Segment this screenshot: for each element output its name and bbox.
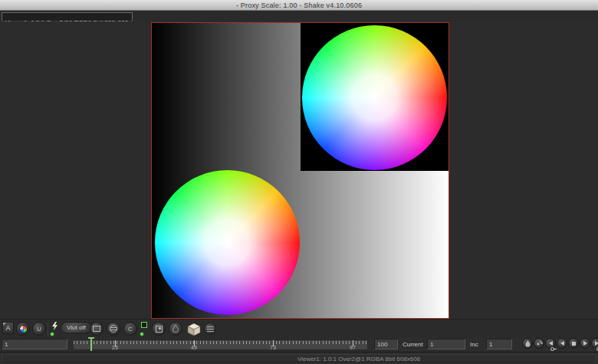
color-wheel-top-right bbox=[302, 25, 447, 170]
inc-label: Inc bbox=[470, 341, 478, 348]
rgb-wheel-icon bbox=[19, 325, 28, 333]
viewer-tab[interactable]: Viewer1: 1.0:1 Over2@1 RGBA 8bit 608x608 bbox=[2, 12, 133, 21]
stop-icon bbox=[572, 342, 576, 346]
range-end-field[interactable] bbox=[374, 339, 398, 349]
flipbook-play-button[interactable] bbox=[522, 338, 533, 349]
play-triangle-icon bbox=[595, 341, 598, 346]
flame-icon bbox=[172, 325, 179, 333]
channel-display-button[interactable] bbox=[16, 322, 30, 336]
color-wheel-bottom-left bbox=[155, 170, 300, 315]
frame-icon bbox=[93, 326, 100, 332]
update-mode-button[interactable]: A bbox=[2, 322, 14, 334]
back-triangle-icon bbox=[560, 341, 564, 346]
window-title: - Proxy Scale: 1.00 - Shake v4.10.0606 bbox=[236, 2, 362, 9]
sound-icon bbox=[536, 340, 543, 347]
tick-label: 97 bbox=[350, 345, 356, 350]
range-start-field[interactable] bbox=[2, 339, 67, 349]
sound-button[interactable] bbox=[534, 338, 544, 349]
play-triangle-icon bbox=[583, 341, 587, 346]
back-triangle-icon bbox=[549, 341, 553, 346]
flame-icon bbox=[525, 340, 531, 347]
flipbook-button[interactable] bbox=[169, 322, 182, 336]
stacked-lines-icon bbox=[207, 326, 214, 332]
viewer-tabstrip: Viewer1: 1.0:1 Over2@1 RGBA 8bit 608x608 bbox=[0, 11, 598, 21]
cube-icon bbox=[186, 322, 202, 337]
green-checkbox-icon bbox=[141, 322, 147, 328]
tick-label: 49 bbox=[191, 345, 197, 350]
play-button[interactable] bbox=[580, 338, 590, 349]
render-cube-button[interactable] bbox=[186, 322, 202, 337]
split-compare-icon bbox=[110, 325, 117, 333]
compare-buffer-button[interactable]: C bbox=[123, 322, 137, 336]
prev-keyframe-button[interactable] bbox=[545, 338, 556, 349]
timeline-ruler[interactable]: 25 49 73 97 bbox=[74, 339, 367, 350]
compare-split-button[interactable] bbox=[107, 322, 120, 336]
roi-button[interactable] bbox=[152, 322, 166, 336]
status-bar: Viewer1: 1.0:1 Over2@1 RGBA 8bit 608x608 bbox=[0, 352, 598, 364]
viewer-toolbar: A U Vlut off C bbox=[0, 319, 598, 338]
preview-led bbox=[140, 333, 143, 336]
toolbar-divider bbox=[48, 322, 48, 336]
preview-toggle[interactable] bbox=[140, 322, 150, 336]
update-button[interactable]: U bbox=[32, 322, 46, 336]
frame-button[interactable] bbox=[90, 322, 104, 336]
vlut-off-button[interactable]: Vlut off bbox=[61, 322, 92, 333]
vlut-update-toggle[interactable] bbox=[51, 322, 60, 336]
inc-field[interactable] bbox=[486, 339, 512, 349]
timebar: 25 49 73 97 Current Inc bbox=[0, 338, 598, 352]
status-text: Viewer1: 1.0:1 Over2@1 RGBA 8bit 608x608 bbox=[297, 356, 420, 362]
stop-button[interactable] bbox=[568, 338, 579, 349]
transport-controls bbox=[522, 338, 598, 349]
current-frame-field[interactable] bbox=[427, 339, 465, 349]
expand-box-icon bbox=[156, 326, 163, 333]
next-keyframe-button[interactable] bbox=[591, 338, 598, 349]
viewer-list-button[interactable] bbox=[204, 323, 216, 335]
timeline-ticks bbox=[74, 341, 367, 344]
vlut-led bbox=[51, 333, 54, 336]
composite-image[interactable] bbox=[151, 22, 449, 319]
key-icon bbox=[550, 347, 557, 350]
tick-label: 25 bbox=[112, 345, 118, 350]
viewer-canvas[interactable] bbox=[0, 21, 598, 319]
current-label: Current bbox=[402, 341, 423, 348]
step-back-button[interactable] bbox=[557, 338, 567, 349]
window-titlebar[interactable]: - Proxy Scale: 1.00 - Shake v4.10.0606 bbox=[0, 0, 598, 11]
tick-label: 73 bbox=[270, 345, 276, 350]
playhead[interactable] bbox=[90, 337, 92, 351]
lightning-icon bbox=[51, 322, 58, 330]
